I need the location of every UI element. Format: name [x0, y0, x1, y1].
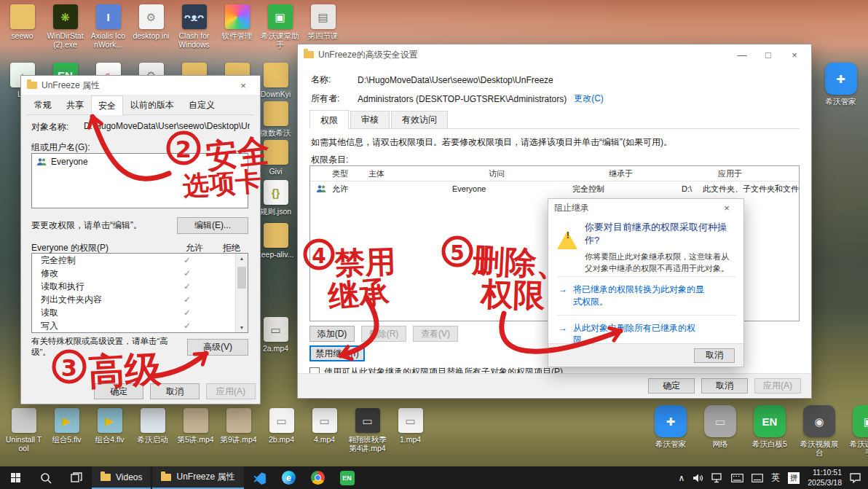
desktop-icon[interactable]: ▣ 希沃课堂助手 [261, 4, 299, 49]
desktop-icon[interactable]: ▶ 组合4.flv [90, 408, 129, 453]
advanced-titlebar[interactable]: UnFreeze的高级安全设置 — □ × [298, 44, 811, 65]
ok-button[interactable]: 确定 [648, 378, 695, 394]
desktop-icon[interactable]: ▤ 第四节课 [304, 4, 342, 49]
volume-icon[interactable] [693, 473, 703, 483]
tab-permissions[interactable]: 权限 [309, 110, 349, 129]
maximize-icon[interactable]: □ [757, 50, 779, 60]
desktop-icon[interactable]: Givi [256, 140, 295, 176]
tab-effective-access[interactable]: 有效访问 [391, 111, 448, 128]
disable-inheritance-button[interactable]: 禁用继承(I) [309, 345, 365, 361]
permissions-list[interactable]: 完全控制 ✓ 修改 ✓ 读取和执行 ✓ [31, 253, 248, 333]
taskbar-task-unfreeze-properties[interactable]: UnFreeze 属性 [152, 466, 243, 489]
apply-button[interactable]: 应用(A) [206, 383, 256, 399]
desktop-icon[interactable]: ▭ 1.mp4 [391, 408, 430, 453]
desktop-icon[interactable]: ▭ 2a.mp4 [256, 317, 295, 353]
desktop-icon[interactable]: DownKyi [256, 63, 295, 98]
permissions-scrollbar[interactable]: ▲ ▼ [235, 254, 248, 332]
scrollbar-thumb[interactable] [237, 267, 246, 289]
desktop-icon[interactable]: 希沃启动 [133, 408, 172, 453]
column-header[interactable]: 应用于 [718, 168, 799, 179]
desktop-icon[interactable]: 第5讲.mp4 [176, 408, 215, 453]
search-button[interactable] [31, 466, 61, 489]
advanced-button[interactable]: 高级(V) [187, 339, 248, 356]
desktop-icon[interactable]: I Axialis IconWork... [89, 4, 127, 49]
cancel-button[interactable]: 取消 [694, 348, 735, 363]
desktop-icon[interactable]: ▭ 2b.mp4 [262, 408, 301, 453]
desktop-icon[interactable]: ❋ WinDirStat (2).exe [46, 4, 84, 49]
permission-row[interactable]: 完全控制 ✓ [32, 254, 235, 267]
permission-row[interactable]: 读取和执行 ✓ [32, 280, 235, 293]
touch-keyboard-icon[interactable] [751, 474, 763, 482]
desktop-icon[interactable]: 第9讲.mp4 [219, 408, 258, 453]
desktop-icon[interactable]: 微数希沃 [256, 101, 295, 137]
column-header[interactable]: 访问 [489, 168, 609, 179]
scroll-up-icon[interactable]: ▲ [240, 254, 245, 263]
permission-row[interactable]: 写入 ✓ [32, 319, 235, 332]
desktop-icon[interactable]: keep-aliv... [256, 223, 295, 259]
tab-customize[interactable]: 自定义 [181, 96, 222, 114]
permission-entry-row[interactable]: 允许 Everyone 完全控制 D:\ 此文件夹、子文件夹和文件 [310, 181, 799, 196]
desktop-icon[interactable]: ▭ 4.mp4 [305, 408, 344, 453]
group-list[interactable]: Everyone [31, 153, 248, 208]
tab-security[interactable]: 安全 [91, 95, 123, 115]
ok-button[interactable]: 确定 [94, 383, 143, 399]
desktop-icon[interactable]: Uninstall Tool [4, 408, 43, 453]
permission-row[interactable]: 列出文件夹内容 ✓ [32, 293, 235, 306]
close-icon[interactable]: × [784, 50, 805, 60]
tab-auditing[interactable]: 审核 [350, 111, 390, 128]
desktop-icon[interactable]: ▭ 翱翔班秋季第4讲.mp4 [348, 408, 387, 453]
column-header[interactable]: 继承于 [609, 168, 718, 179]
edit-button[interactable]: 编辑(E)... [177, 217, 248, 234]
change-owner-link[interactable]: 更改(C) [574, 93, 604, 105]
convert-inherited-permissions-option[interactable]: → 将已继承的权限转换为此对象的显式权限。 [557, 277, 736, 316]
chrome-button[interactable] [304, 466, 333, 489]
group-list-item[interactable]: Everyone [36, 157, 243, 167]
group-name: Everyone [51, 157, 88, 167]
remove-button[interactable]: 删除(R) [361, 326, 406, 342]
cancel-button[interactable]: 取消 [701, 378, 748, 394]
desktop-icon[interactable]: ▣ 希沃课堂助手 [848, 405, 868, 457]
view-button[interactable]: 查看(V) [413, 326, 458, 342]
desktop-icon[interactable]: seewo [3, 4, 42, 49]
scroll-down-icon[interactable]: ▼ [240, 323, 245, 332]
desktop-icon-seewo-guard[interactable]: ✚ 希沃管家 [821, 63, 860, 106]
desktop-icon[interactable]: ◉ 希沃视频展台 [799, 405, 840, 457]
close-icon[interactable]: × [232, 80, 254, 91]
desktop-icon[interactable]: 软件管理 [218, 4, 256, 49]
minimize-icon[interactable]: — [731, 50, 753, 60]
start-button[interactable] [0, 466, 31, 489]
column-header[interactable]: 主体 [368, 168, 489, 179]
properties-titlebar[interactable]: UnFreeze 属性 × [21, 76, 260, 95]
desktop-icon[interactable]: {} 规则.json [256, 180, 295, 216]
desktop-icon-label: 微数希沃 [261, 128, 291, 137]
close-icon[interactable]: × [716, 203, 738, 214]
taskbar-clock[interactable]: 11:10:51 2025/3/18 [808, 468, 842, 487]
seewo-whiteboard-button[interactable]: EN [333, 466, 362, 489]
block-titlebar[interactable]: 阻止继承 × [548, 199, 743, 216]
apply-button[interactable]: 应用(A) [754, 378, 801, 394]
desktop-icon[interactable]: ᴖᴥᴖ Clash for Windows [175, 4, 213, 49]
permission-row[interactable]: 读取 ✓ [32, 306, 235, 319]
tab-sharing[interactable]: 共享 [59, 96, 91, 114]
desktop-icon[interactable]: ▶ 组合5.flv [47, 408, 86, 453]
cancel-button[interactable]: 取消 [150, 383, 200, 399]
desktop-icon[interactable]: ▭ 网络 [700, 405, 741, 457]
column-header[interactable]: 类型 [332, 168, 368, 179]
tab-previous-versions[interactable]: 以前的版本 [123, 96, 181, 114]
tab-general[interactable]: 常规 [27, 96, 59, 114]
ime-language-indicator[interactable]: 英 [771, 472, 780, 484]
desktop-icon[interactable]: ⚙ desktop.ini [132, 4, 170, 49]
add-button[interactable]: 添加(D) [309, 326, 355, 342]
desktop-icon[interactable]: EN 希沃白板5 [749, 405, 790, 457]
permission-row[interactable]: 修改 ✓ [32, 267, 235, 280]
network-icon[interactable] [711, 473, 723, 483]
taskbar-task-videos[interactable]: Videos [92, 466, 151, 489]
ime-mode-icon[interactable]: 拼 [788, 472, 800, 484]
keyboard-icon[interactable] [731, 474, 743, 482]
vscode-button[interactable] [245, 466, 275, 489]
task-view-button[interactable] [61, 466, 92, 489]
action-center-icon[interactable] [850, 473, 861, 483]
tray-expand-chevron[interactable]: ∧ [678, 473, 684, 483]
edge-button[interactable]: e [275, 466, 304, 489]
desktop-icon[interactable]: ✚ 希沃管家 [650, 405, 691, 457]
